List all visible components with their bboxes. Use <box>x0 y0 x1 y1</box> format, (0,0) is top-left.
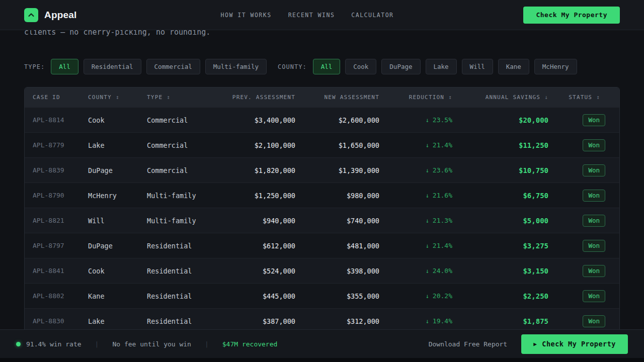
status-badge: Won <box>583 139 605 151</box>
sort-icon: ↕ <box>116 94 120 101</box>
case-id-cell: APL-8821 <box>25 217 80 224</box>
check-my-property-button[interactable]: Check My Property <box>523 7 620 24</box>
county-cell: Kane <box>80 292 139 300</box>
green-dot-icon <box>16 342 21 346</box>
county-cell: Cook <box>80 116 139 124</box>
type-cell: Multi-family <box>139 192 222 200</box>
filter-type-commercial[interactable]: Commercial <box>146 59 200 74</box>
table-row: APL-8802 Kane Residential $445,000 $355,… <box>25 283 619 308</box>
county-filter-label: COUNTY: <box>278 63 307 70</box>
table-row: APL-8790 McHenry Multi-family $1,250,000… <box>25 183 619 208</box>
reduction-value: 24.0% <box>433 267 452 275</box>
footer-check-my-property-button[interactable]: ▶ Check My Property <box>521 334 628 354</box>
filter-county-will[interactable]: Will <box>462 59 493 74</box>
reduction-cell: ↓21.6% <box>380 192 453 199</box>
reduction-value: 21.4% <box>433 141 452 149</box>
download-free-report-link[interactable]: Download Free Report <box>429 340 508 348</box>
filter-type-multi-family[interactable]: Multi-family <box>205 59 267 74</box>
new-assessment-cell: $740,000 <box>296 217 380 225</box>
col-header-status[interactable]: STATUS↕ <box>549 94 619 101</box>
new-assessment-cell: $1,650,000 <box>296 141 380 149</box>
bottom-strip <box>0 358 644 362</box>
table-header-row: CASE ID COUNTY↕ TYPE↕ PREV. ASSESSMENT N… <box>25 87 619 107</box>
status-badge: Won <box>583 190 605 202</box>
play-icon: ▶ <box>533 341 537 347</box>
type-cell: Commercial <box>139 166 222 174</box>
filter-type-residential[interactable]: Residential <box>84 59 141 74</box>
case-id-cell: APL-8790 <box>25 192 80 199</box>
case-id-cell: APL-8779 <box>25 141 80 149</box>
table-row: APL-8779 Lake Commercial $2,100,000 $1,6… <box>25 132 619 157</box>
reduction-cell: ↓23.6% <box>380 166 453 174</box>
table-row: APL-8821 Will Multi-family $940,000 $740… <box>25 208 619 233</box>
case-id-cell: APL-8797 <box>25 242 80 249</box>
down-arrow-icon: ↓ <box>426 192 429 199</box>
county-cell: Lake <box>80 317 139 325</box>
reduction-cell: ↓21.4% <box>380 242 453 249</box>
case-id-cell: APL-8839 <box>25 166 80 174</box>
annual-savings-cell: $3,150 <box>453 267 549 275</box>
type-cell: Residential <box>139 242 222 250</box>
brand-logo[interactable] <box>24 8 38 22</box>
nav-how-it-works[interactable]: HOW IT WORKS <box>221 12 272 19</box>
recovered-stat: $47M recovered <box>222 340 278 348</box>
table-row: APL-8839 DuPage Commercial $1,820,000 $1… <box>25 157 619 183</box>
type-cell: Residential <box>139 292 222 300</box>
prev-assessment-cell: $612,000 <box>222 242 296 250</box>
down-arrow-icon: ↓ <box>426 217 429 224</box>
filter-county-mchenry[interactable]: McHenry <box>534 59 577 74</box>
divider: | <box>95 340 99 348</box>
col-header-prev-assessment: PREV. ASSESSMENT <box>222 94 296 101</box>
col-header-case-id: CASE ID <box>25 94 80 101</box>
filter-county-all[interactable]: All <box>313 59 341 74</box>
col-header-type[interactable]: TYPE↕ <box>139 94 222 101</box>
filter-county-dupage[interactable]: DuPage <box>381 59 420 74</box>
filter-bar: TYPE: All Residential Commercial Multi-f… <box>24 59 624 74</box>
county-cell: Cook <box>80 267 139 275</box>
chevron-up-icon <box>28 12 35 19</box>
down-arrow-icon: ↓ <box>426 267 429 275</box>
col-header-annual-savings[interactable]: ANNUAL SAVINGS↓ <box>453 94 549 101</box>
annual-savings-cell: $10,750 <box>453 166 549 174</box>
annual-savings-cell: $20,000 <box>453 116 549 124</box>
reduction-cell: ↓20.2% <box>380 292 453 300</box>
reduction-value: 21.6% <box>433 192 452 199</box>
reduction-value: 21.4% <box>433 242 452 249</box>
status-badge: Won <box>583 114 605 126</box>
reduction-value: 21.3% <box>433 217 452 224</box>
table-row: APL-8797 DuPage Residential $612,000 $48… <box>25 233 619 258</box>
filter-type-all[interactable]: All <box>51 59 78 74</box>
status-cell: Won <box>549 215 619 227</box>
down-arrow-icon: ↓ <box>426 242 429 249</box>
reduction-cell: ↓21.4% <box>380 141 453 149</box>
sort-icon: ↕ <box>596 94 600 101</box>
status-badge: Won <box>583 315 605 327</box>
sort-icon: ↕ <box>448 94 452 101</box>
filter-county-lake[interactable]: Lake <box>426 59 457 74</box>
reduction-cell: ↓24.0% <box>380 267 453 275</box>
type-cell: Multi-family <box>139 217 222 225</box>
col-header-reduction[interactable]: REDUCTION↕ <box>380 94 453 101</box>
filter-county-kane[interactable]: Kane <box>498 59 529 74</box>
filter-county-cook[interactable]: Cook <box>345 59 376 74</box>
county-cell: Lake <box>80 141 139 149</box>
reduction-cell: ↓21.3% <box>380 217 453 224</box>
no-fee-stat: No fee until you win <box>112 340 191 348</box>
annual-savings-cell: $11,250 <box>453 141 549 149</box>
down-arrow-icon: ↓ <box>426 293 429 300</box>
nav-recent-wins[interactable]: RECENT WINS <box>288 12 335 19</box>
nav-calculator[interactable]: CALCULATOR <box>351 12 393 19</box>
status-badge: Won <box>583 240 605 252</box>
down-arrow-icon: ↓ <box>426 117 429 124</box>
case-id-cell: APL-8814 <box>25 116 80 124</box>
annual-savings-cell: $6,750 <box>453 192 549 200</box>
col-header-county[interactable]: COUNTY↕ <box>80 94 139 101</box>
prev-assessment-cell: $3,400,000 <box>222 116 296 124</box>
down-arrow-icon: ↓ <box>426 142 429 149</box>
annual-savings-cell: $1,875 <box>453 317 549 325</box>
status-cell: Won <box>549 114 619 126</box>
prev-assessment-cell: $524,000 <box>222 267 296 275</box>
prev-assessment-cell: $1,820,000 <box>222 166 296 174</box>
new-assessment-cell: $980,000 <box>296 192 380 200</box>
status-cell: Won <box>549 290 619 302</box>
